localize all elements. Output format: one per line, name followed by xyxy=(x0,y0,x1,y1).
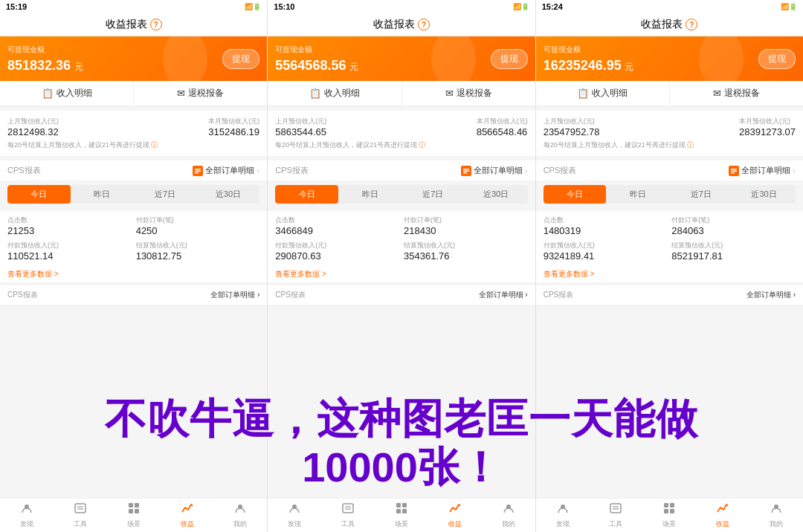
bottom-nav-item-2[interactable]: 场景 xyxy=(107,502,161,529)
bottom-nav-item-3[interactable]: 收益 xyxy=(161,502,214,529)
date-tab-0[interactable]: 今日 xyxy=(544,185,607,204)
metric-value-3: 130812.75 xyxy=(136,250,260,262)
svg-rect-22 xyxy=(402,509,407,513)
tab-nav-item-0[interactable]: 📋收入明细 xyxy=(536,81,670,106)
metrics-section: 点击数 3466849 付款订单(笔) 218430 付款预估收入(元) 290… xyxy=(268,211,535,266)
status-icons: 📶🔋 xyxy=(781,3,797,10)
bottom-nav-item-1[interactable]: 工具 xyxy=(321,502,375,529)
date-tab-3[interactable]: 近30日 xyxy=(732,185,796,204)
bottom-nav-item-3[interactable]: 收益 xyxy=(428,502,482,529)
tab-nav-item-1[interactable]: ✉退税报备 xyxy=(134,81,267,106)
bottom-nav-item-1[interactable]: 工具 xyxy=(54,502,107,529)
bottom-nav-item-1[interactable]: 工具 xyxy=(590,502,643,529)
tab-nav-item-0[interactable]: 📋收入明细 xyxy=(268,81,402,106)
bottom-nav-icon-1 xyxy=(341,502,355,518)
more-data-link[interactable]: 查看更多数据 > xyxy=(536,266,803,282)
svg-rect-8 xyxy=(135,503,139,507)
more-data-link[interactable]: 查看更多数据 > xyxy=(0,266,267,282)
question-icon[interactable]: ? xyxy=(150,19,162,30)
this-month-label: 本月预估收入(元) xyxy=(477,117,528,126)
tab-label-0: 收入明细 xyxy=(324,87,360,100)
svg-rect-19 xyxy=(396,503,401,507)
bottom-nav-label-2: 场景 xyxy=(662,519,676,529)
bottom-nav-label-1: 工具 xyxy=(74,519,87,529)
date-tab-2[interactable]: 近7日 xyxy=(402,185,465,204)
this-month-value: 28391273.07 xyxy=(739,126,796,137)
banner-amount: 5564568.56 元 xyxy=(275,58,358,74)
tab-nav-item-1[interactable]: ✉退税报备 xyxy=(402,81,535,106)
bottom-nav-item-0[interactable]: 发现 xyxy=(536,502,590,529)
date-tab-2[interactable]: 近7日 xyxy=(669,185,732,204)
bottom-nav-item-0[interactable]: 发现 xyxy=(268,502,321,529)
date-tab-2[interactable]: 近7日 xyxy=(134,185,197,204)
chevron-icon: › xyxy=(525,291,527,299)
metric-item-1: 付款订单(笔) 284063 xyxy=(671,215,796,236)
bottom-nav-item-4[interactable]: 我的 xyxy=(482,502,535,529)
svg-rect-0 xyxy=(195,169,201,170)
date-tab-1[interactable]: 昨日 xyxy=(606,185,669,204)
bottom-nav-item-4[interactable]: 我的 xyxy=(213,502,267,529)
last-month-stat: 上月预估收入(元) 2812498.32 xyxy=(7,117,59,137)
banner-amount: 851832.36 元 xyxy=(7,58,83,74)
metric-value-3: 8521917.81 xyxy=(671,250,796,262)
date-tab-3[interactable]: 近30日 xyxy=(196,185,259,204)
date-tab-3[interactable]: 近30日 xyxy=(465,185,528,204)
tab-nav-item-1[interactable]: ✉退税报备 xyxy=(670,81,803,106)
stats-section: 上月预估收入(元) 2812498.32 本月预估收入(元) 3152486.1… xyxy=(0,111,267,156)
order-details-link[interactable]: 全部订单明细 › xyxy=(746,290,796,300)
cps-label: CPS报表 xyxy=(275,165,309,176)
bottom-nav-item-0[interactable]: 发现 xyxy=(0,502,54,529)
metric-value-0: 3466849 xyxy=(275,225,399,236)
this-month-stat: 本月预估收入(元) 28391273.07 xyxy=(739,117,796,137)
withdraw-button[interactable]: 提现 xyxy=(758,49,796,69)
metric-item-2: 付款预估收入(元) 110521.14 xyxy=(7,241,132,262)
bottom-nav-icon-0 xyxy=(288,502,301,518)
bottom-nav-item-2[interactable]: 场景 xyxy=(642,502,696,529)
metric-item-3: 结算预估收入(元) 130812.75 xyxy=(136,241,260,262)
date-tab-0[interactable]: 今日 xyxy=(7,185,71,204)
chevron-right-icon: › xyxy=(525,166,528,176)
date-tabs: 今日昨日近7日近30日 xyxy=(7,185,259,204)
order-details-link[interactable]: 全部订单明细 › xyxy=(210,290,259,300)
date-tab-1[interactable]: 昨日 xyxy=(338,185,402,204)
metric-value-3: 354361.76 xyxy=(404,250,528,262)
metric-item-1: 付款订单(笔) 4250 xyxy=(136,215,260,236)
last-month-label: 上月预估收入(元) xyxy=(275,117,326,126)
metrics-grid: 点击数 3466849 付款订单(笔) 218430 付款预估收入(元) 290… xyxy=(275,215,527,262)
cps-section: CPS报表 全部订单明细 › xyxy=(536,160,803,181)
all-orders-label: 全部订单明细 xyxy=(474,165,523,176)
last-month-stat: 上月预估收入(元) 5863544.65 xyxy=(275,117,326,137)
all-orders-link[interactable]: 全部订单明细 › xyxy=(193,165,259,176)
bottom-nav-label-2: 场景 xyxy=(395,519,408,529)
tab-nav-item-0[interactable]: 📋收入明细 xyxy=(0,81,134,106)
note-question-icon: ⓘ xyxy=(151,140,158,150)
date-tab-1[interactable]: 昨日 xyxy=(71,185,134,204)
app-header: 收益报表 ? xyxy=(0,13,267,36)
all-orders-link[interactable]: 全部订单明细 › xyxy=(729,165,796,176)
tab-icon-0: 📋 xyxy=(42,88,54,99)
bottom-nav-icon-1 xyxy=(74,502,87,518)
withdraw-button[interactable]: 提现 xyxy=(491,49,528,69)
orange-banner: 可提现金额 5564568.56 元 提现 xyxy=(268,36,535,81)
order-details-link[interactable]: 全部订单明细 › xyxy=(479,290,528,300)
bottom-nav-label-4: 我的 xyxy=(770,519,783,529)
bottom-nav-item-2[interactable]: 场景 xyxy=(375,502,428,529)
withdraw-button[interactable]: 提现 xyxy=(222,49,259,69)
all-orders-link[interactable]: 全部订单明细 › xyxy=(461,165,528,176)
metric-label-2: 付款预估收入(元) xyxy=(7,241,132,250)
bottom-nav-icon-3 xyxy=(448,502,462,518)
this-month-value: 8566548.46 xyxy=(477,126,528,137)
question-icon[interactable]: ? xyxy=(686,19,697,30)
svg-rect-33 xyxy=(664,509,668,513)
more-data-link[interactable]: 查看更多数据 > xyxy=(268,266,535,282)
bottom-nav-item-4[interactable]: 我的 xyxy=(749,502,803,529)
cps-section: CPS报表 全部订单明细 › xyxy=(0,160,267,181)
bottom-nav-item-3[interactable]: 收益 xyxy=(696,502,749,529)
date-tab-0[interactable]: 今日 xyxy=(275,185,338,204)
bottom-nav: 发现 工具 场景 收益 我的 xyxy=(536,498,803,532)
cps-label: CPS报表 xyxy=(544,165,577,176)
svg-rect-4 xyxy=(75,504,86,513)
question-icon[interactable]: ? xyxy=(418,19,430,30)
metric-value-0: 21253 xyxy=(7,225,132,236)
bottom-nav-label-3: 收益 xyxy=(181,519,194,529)
